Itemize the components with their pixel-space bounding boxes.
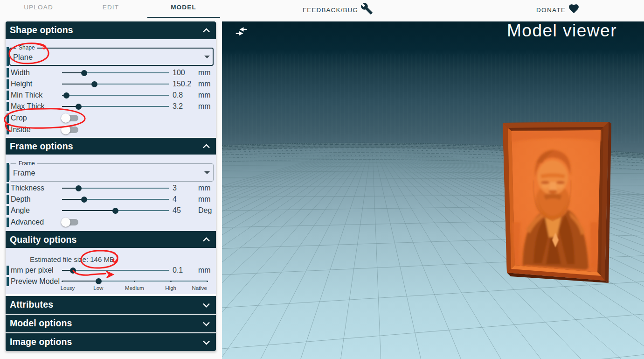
svg-text:Model viewer: Model viewer	[507, 21, 617, 40]
